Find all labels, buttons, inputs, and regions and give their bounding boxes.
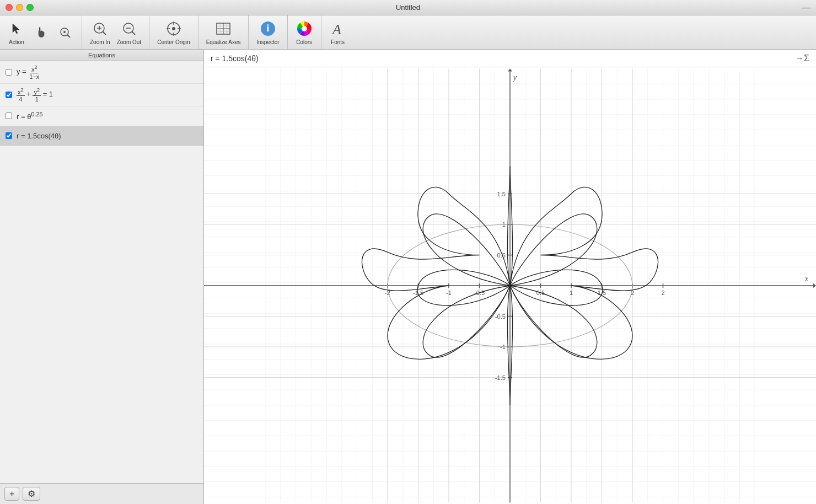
main-layout: Equations y = x21−x x24 + y21 = 1 bbox=[0, 50, 816, 504]
equation-item-2[interactable]: x24 + y21 = 1 bbox=[0, 84, 203, 106]
svg-point-26 bbox=[302, 26, 307, 31]
pan-icon bbox=[32, 24, 50, 41]
action-button[interactable]: Action bbox=[4, 18, 29, 47]
fonts-icon: A bbox=[329, 20, 347, 37]
svg-text:1: 1 bbox=[570, 289, 573, 296]
equation-text-1: y = x21−x bbox=[17, 65, 40, 80]
zoom-in-label: Zoom In bbox=[90, 39, 110, 45]
fonts-label: Fonts bbox=[331, 39, 345, 45]
collapse-icon[interactable]: — bbox=[802, 3, 810, 12]
svg-line-4 bbox=[103, 31, 106, 35]
equation-item-4[interactable]: r = 1.5cos(4θ) bbox=[0, 126, 203, 146]
minimize-button[interactable] bbox=[16, 4, 23, 11]
equation-checkbox-4[interactable] bbox=[6, 132, 12, 139]
svg-line-8 bbox=[132, 31, 135, 35]
svg-text:-1.5: -1.5 bbox=[495, 374, 506, 381]
inspector-label: Inspector bbox=[256, 39, 279, 45]
action-label: Action bbox=[9, 39, 24, 45]
svg-text:i: i bbox=[267, 23, 270, 34]
svg-text:-1: -1 bbox=[446, 289, 452, 296]
colors-label: Colors bbox=[296, 39, 312, 45]
equation-text-3: r = θ0.25 bbox=[17, 111, 42, 121]
equation-item-3[interactable]: r = θ0.25 bbox=[0, 106, 203, 126]
svg-point-2 bbox=[63, 31, 66, 33]
svg-text:-0.5: -0.5 bbox=[495, 313, 506, 320]
gear-button[interactable]: ⚙ bbox=[23, 487, 40, 501]
action-icon bbox=[8, 20, 25, 37]
sigma-button[interactable]: →Σ bbox=[795, 53, 809, 63]
svg-text:y: y bbox=[512, 73, 517, 82]
toolbar-fonts-group: A Fonts bbox=[326, 15, 355, 49]
graph-svg: x y -2 -1.5 -1 -0.5 0.5 1 bbox=[204, 67, 816, 504]
window-title: Untitled bbox=[396, 3, 420, 12]
equalize-axes-label: Equalize Axes bbox=[206, 39, 241, 45]
center-origin-icon bbox=[165, 20, 182, 37]
title-bar: Untitled — bbox=[0, 0, 816, 15]
zoom-box-icon bbox=[56, 24, 74, 41]
center-origin-label: Center Origin bbox=[157, 39, 190, 45]
zoom-in-button[interactable]: Zoom In bbox=[87, 18, 114, 47]
equalize-axes-icon bbox=[214, 20, 232, 37]
pan-button[interactable] bbox=[29, 22, 53, 44]
svg-text:x: x bbox=[804, 274, 809, 283]
graph-panel: r = 1.5cos(4θ) →Σ bbox=[204, 50, 816, 504]
zoom-box-button[interactable] bbox=[53, 22, 77, 44]
equation-checkbox-3[interactable] bbox=[6, 112, 12, 119]
zoom-out-icon bbox=[120, 20, 138, 37]
zoom-out-button[interactable]: Zoom Out bbox=[114, 18, 144, 47]
svg-line-1 bbox=[67, 35, 70, 37]
toolbar-colors-group: Colors bbox=[292, 15, 321, 49]
current-equation: r = 1.5cos(4θ) bbox=[211, 54, 259, 63]
toolbar-equal-group: Equalize Axes bbox=[203, 15, 249, 49]
svg-text:2: 2 bbox=[661, 289, 664, 296]
equations-panel: Equations y = x21−x x24 + y21 = 1 bbox=[0, 50, 204, 504]
maximize-button[interactable] bbox=[26, 4, 34, 11]
equations-header: Equations bbox=[0, 50, 203, 61]
toolbar-center-group: Center Origin bbox=[154, 15, 198, 49]
window-controls[interactable] bbox=[6, 4, 34, 11]
svg-text:1.5: 1.5 bbox=[497, 191, 506, 197]
svg-text:A: A bbox=[331, 22, 341, 37]
colors-icon bbox=[296, 20, 313, 37]
equation-checkbox-1[interactable] bbox=[6, 69, 12, 76]
equation-checkbox-2[interactable] bbox=[6, 92, 12, 98]
toolbar-action-group: Action bbox=[4, 15, 82, 49]
zoom-in-icon bbox=[91, 20, 109, 37]
equation-item-1[interactable]: y = x21−x bbox=[0, 61, 203, 84]
close-button[interactable] bbox=[6, 4, 13, 11]
inspector-icon: i bbox=[259, 20, 277, 37]
svg-point-11 bbox=[172, 27, 175, 30]
title-bar-right: — bbox=[802, 3, 810, 13]
equation-text-4: r = 1.5cos(4θ) bbox=[17, 132, 61, 140]
equalize-axes-button[interactable]: Equalize Axes bbox=[203, 18, 244, 47]
toolbar-zoom-group: Zoom In Zoom Out bbox=[87, 15, 149, 49]
toolbar-inspector-group: i Inspector bbox=[253, 15, 287, 49]
inspector-button[interactable]: i Inspector bbox=[253, 18, 282, 47]
toolbar: Action bbox=[0, 15, 816, 50]
equation-display: r = 1.5cos(4θ) →Σ bbox=[204, 50, 816, 67]
center-origin-button[interactable]: Center Origin bbox=[154, 18, 193, 47]
equation-text-2: x24 + y21 = 1 bbox=[17, 87, 53, 103]
colors-button[interactable]: Colors bbox=[292, 18, 316, 47]
panel-bottom: + ⚙ bbox=[0, 483, 203, 504]
equations-list: y = x21−x x24 + y21 = 1 r = θ0.25 bbox=[0, 61, 203, 483]
fonts-button[interactable]: A Fonts bbox=[326, 18, 350, 47]
graph-area[interactable]: x y -2 -1.5 -1 -0.5 0.5 1 bbox=[204, 67, 816, 504]
add-equation-button[interactable]: + bbox=[4, 487, 19, 501]
zoom-out-label: Zoom Out bbox=[117, 39, 141, 45]
